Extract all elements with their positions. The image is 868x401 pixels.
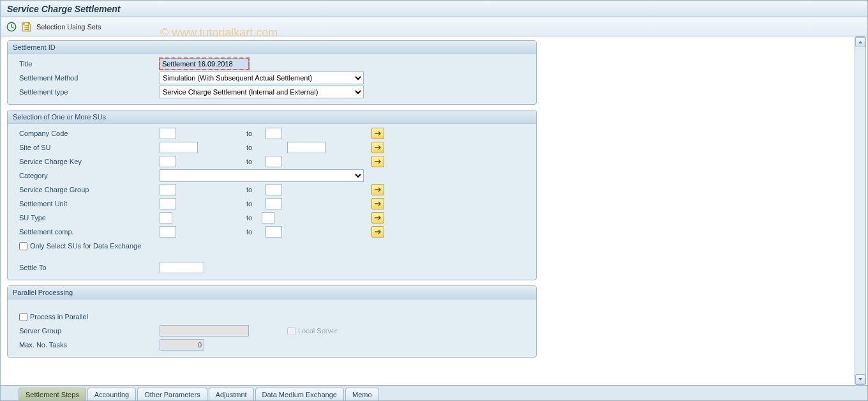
scroll-down-button[interactable] — [855, 374, 865, 384]
sc-key-from[interactable] — [160, 156, 176, 167]
title-input[interactable] — [160, 58, 249, 70]
panel-header: Selection of One or More SUs — [8, 110, 536, 124]
to-text: to — [176, 200, 266, 208]
tab-memo[interactable]: Memo — [345, 388, 379, 400]
site-of-su-from[interactable] — [160, 142, 198, 153]
settlement-method-label: Settlement Method — [13, 74, 160, 82]
execute-icon[interactable] — [6, 21, 17, 33]
to-text: to — [176, 130, 266, 137]
sc-group-label: Service Charge Group — [13, 186, 160, 193]
content-area: Settlement ID Title Settlement Method Si… — [1, 36, 867, 386]
server-group-input — [160, 325, 249, 337]
settlement-comp-to[interactable] — [266, 226, 282, 238]
to-text: to — [176, 186, 266, 193]
settlement-type-label: Settlement type — [13, 88, 160, 96]
tab-data-medium-exchange[interactable]: Data Medium Exchange — [255, 388, 344, 400]
process-parallel-label: Process in Parallel — [30, 313, 88, 321]
settlement-comp-label: Settlement comp. — [13, 228, 160, 236]
multiple-selection-button[interactable] — [371, 156, 384, 167]
panel-su-selection: Selection of One or More SUs Company Cod… — [7, 110, 537, 280]
page-title: Service Charge Settlement — [7, 4, 120, 14]
settlement-comp-from[interactable] — [160, 226, 176, 238]
app-window: Service Charge Settlement Selection Usin… — [0, 0, 868, 401]
panel-header: Settlement ID — [8, 41, 536, 54]
svg-point-2 — [23, 23, 25, 25]
site-of-su-label: Site of SU — [13, 144, 160, 151]
company-code-label: Company Code — [13, 130, 160, 137]
title-bar: Service Charge Settlement — [1, 1, 867, 17]
settlement-unit-label: Settlement Unit — [13, 200, 160, 208]
max-tasks-label: Max. No. Tasks — [13, 341, 160, 349]
settle-to-input[interactable] — [160, 262, 204, 273]
su-type-label: SU Type — [13, 214, 160, 222]
to-text: to — [198, 144, 287, 151]
get-variant-icon[interactable] — [21, 21, 33, 33]
local-server-label: Local Server — [296, 327, 338, 335]
title-label: Title — [13, 60, 160, 68]
settlement-type-select[interactable]: Service Charge Settlement (Internal and … — [160, 86, 364, 98]
vertical-scrollbar[interactable] — [855, 36, 866, 385]
panel-settlement-id: Settlement ID Title Settlement Method Si… — [7, 40, 537, 105]
only-select-checkbox[interactable] — [19, 242, 27, 250]
tab-settlement-steps[interactable]: Settlement Steps — [19, 388, 86, 400]
settlement-method-select[interactable]: Simulation (With Subsequent Actual Settl… — [160, 72, 364, 84]
multiple-selection-button[interactable] — [371, 198, 384, 209]
toolbar: Selection Using Sets — [1, 17, 867, 36]
sc-key-to[interactable] — [266, 156, 282, 167]
tab-other-parameters[interactable]: Other Parameters — [137, 388, 207, 400]
local-server-checkbox — [287, 327, 296, 335]
to-text: to — [176, 158, 266, 165]
category-label: Category — [13, 172, 160, 179]
panel-parallel-processing: Parallel Processing Process in Parallel … — [7, 285, 537, 358]
server-group-label: Server Group — [13, 327, 160, 335]
company-code-from[interactable] — [160, 128, 176, 139]
tab-accounting[interactable]: Accounting — [87, 388, 136, 400]
panel-header: Parallel Processing — [8, 286, 536, 299]
multiple-selection-button[interactable] — [371, 184, 384, 195]
max-tasks-input — [160, 339, 204, 351]
settle-to-label: Settle To — [13, 264, 160, 271]
settlement-unit-from[interactable] — [160, 198, 176, 209]
tab-adjustment[interactable]: Adjustmnt — [209, 388, 254, 400]
sc-key-label: Service Charge Key — [13, 158, 160, 165]
multiple-selection-button[interactable] — [371, 212, 384, 223]
multiple-selection-button[interactable] — [371, 226, 384, 238]
scroll-up-button[interactable] — [855, 37, 865, 47]
to-text: to — [176, 228, 266, 236]
settlement-unit-to[interactable] — [266, 198, 282, 209]
only-select-label: Only Select SUs for Data Exchange — [30, 242, 141, 250]
company-code-to[interactable] — [266, 128, 282, 139]
multiple-selection-button[interactable] — [371, 142, 384, 153]
sc-group-to[interactable] — [266, 184, 282, 195]
su-type-to[interactable] — [262, 212, 274, 223]
su-type-from[interactable] — [160, 212, 172, 223]
process-parallel-checkbox[interactable] — [19, 313, 27, 321]
category-select[interactable] — [160, 169, 364, 182]
multiple-selection-button[interactable] — [371, 128, 384, 139]
tabstrip: Settlement Steps Accounting Other Parame… — [1, 385, 867, 400]
sc-group-from[interactable] — [160, 184, 176, 195]
to-text: to — [172, 214, 262, 222]
selection-using-sets-button[interactable]: Selection Using Sets — [36, 23, 101, 31]
site-of-su-to[interactable] — [287, 142, 326, 153]
